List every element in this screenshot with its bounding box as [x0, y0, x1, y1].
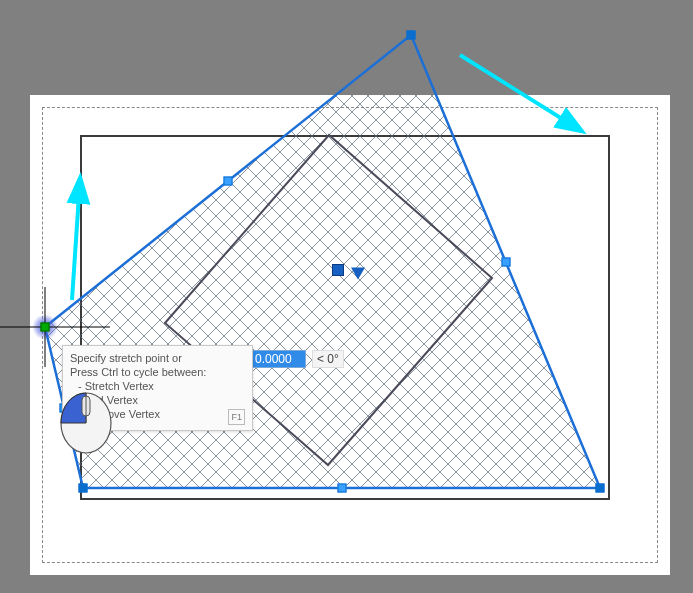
tooltip-option: - Remove Vertex F1 [70, 407, 245, 421]
grip-vertex-icon[interactable] [79, 484, 88, 493]
help-key-hint: F1 [228, 409, 245, 425]
dropdown-triangle-icon[interactable] [351, 268, 365, 280]
grip-midpoint-icon[interactable] [338, 484, 347, 493]
active-grip-vertex-icon[interactable] [41, 323, 50, 332]
tooltip-option: - Stretch Vertex [70, 379, 245, 393]
grip-tooltip: Specify stretch point or Press Ctrl to c… [62, 345, 253, 431]
dynamic-input-group[interactable]: 0.0000 < 0° [248, 350, 344, 368]
viewport-rectangle[interactable] [80, 135, 610, 500]
tooltip-option: - Add Vertex [70, 393, 245, 407]
center-marker-icon[interactable] [332, 264, 344, 276]
grip-vertex-icon[interactable] [596, 484, 605, 493]
grip-vertex-icon[interactable] [407, 31, 416, 40]
grip-midpoint-icon[interactable] [502, 258, 511, 267]
tooltip-line: Specify stretch point or [70, 351, 245, 365]
tooltip-line: Press Ctrl to cycle between: [70, 365, 245, 379]
angle-readout: < 0° [312, 350, 344, 368]
grip-midpoint-icon[interactable] [224, 177, 233, 186]
tooltip-option-label: - Remove Vertex [78, 408, 160, 420]
distance-input[interactable]: 0.0000 [248, 350, 306, 368]
